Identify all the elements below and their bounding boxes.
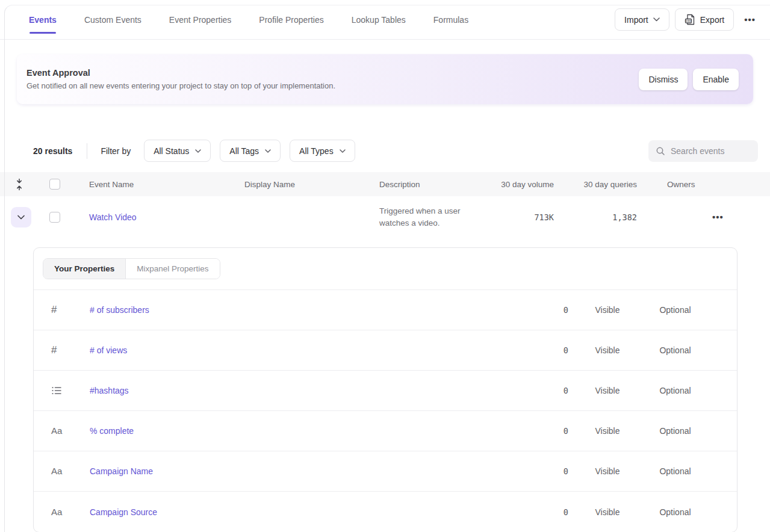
collapse-row-button[interactable] bbox=[11, 207, 31, 227]
status-filter-dropdown[interactable]: All Status bbox=[144, 140, 211, 162]
banner-subtitle: Get notified on all new events entering … bbox=[26, 81, 335, 90]
column-header-event-name: Event Name bbox=[89, 180, 244, 189]
event-row-watch-video: Watch Video Triggered when a user watche… bbox=[0, 196, 770, 238]
enable-button[interactable]: Enable bbox=[693, 69, 739, 90]
number-type-icon: # bbox=[51, 344, 57, 356]
property-visibility: Visible bbox=[568, 466, 647, 476]
search-icon bbox=[656, 146, 665, 156]
property-count: 0 bbox=[508, 386, 568, 395]
property-count: 0 bbox=[508, 507, 568, 517]
export-button[interactable]: csv Export bbox=[675, 8, 734, 31]
column-header-display-name: Display Name bbox=[244, 180, 379, 189]
banner-text: Event Approval Get notified on all new e… bbox=[26, 68, 335, 90]
select-all-checkbox[interactable] bbox=[49, 179, 60, 190]
property-row: # # of views 0 Visible Optional bbox=[34, 330, 737, 371]
chevron-down-icon bbox=[265, 149, 271, 153]
property-count: 0 bbox=[508, 345, 568, 355]
tags-filter-dropdown[interactable]: All Tags bbox=[220, 140, 281, 162]
tab-lookup-tables[interactable]: Lookup Tables bbox=[352, 11, 406, 28]
event-volume: 713K bbox=[500, 212, 554, 222]
types-filter-label: All Types bbox=[299, 146, 334, 156]
chevron-down-icon bbox=[17, 215, 25, 220]
more-options-button[interactable]: ••• bbox=[739, 11, 760, 28]
property-requirement: Optional bbox=[647, 507, 704, 517]
row-more-options-button[interactable]: ••• bbox=[712, 212, 724, 222]
property-name-link[interactable]: % complete bbox=[90, 426, 134, 436]
tab-profile-properties[interactable]: Profile Properties bbox=[259, 11, 323, 28]
properties-panel: Your Properties Mixpanel Properties # # … bbox=[33, 247, 737, 532]
tab-your-properties[interactable]: Your Properties bbox=[43, 259, 126, 279]
property-visibility: Visible bbox=[568, 345, 647, 355]
types-filter-dropdown[interactable]: All Types bbox=[290, 140, 355, 162]
dismiss-button[interactable]: Dismiss bbox=[639, 69, 688, 90]
chevron-down-icon bbox=[195, 149, 201, 153]
tab-custom-events[interactable]: Custom Events bbox=[84, 11, 141, 28]
number-type-icon: # bbox=[51, 304, 57, 315]
events-table-header: Event Name Display Name Description 30 d… bbox=[0, 172, 770, 196]
property-name-link[interactable]: #hashtags bbox=[90, 386, 129, 395]
property-name-link[interactable]: Campaign Source bbox=[90, 507, 157, 517]
properties-tabbar: Your Properties Mixpanel Properties bbox=[34, 248, 737, 290]
tab-event-properties[interactable]: Event Properties bbox=[169, 11, 232, 28]
property-requirement: Optional bbox=[647, 466, 704, 476]
divider bbox=[87, 143, 87, 159]
text-type-icon: Aa bbox=[51, 425, 62, 436]
results-count: 20 results bbox=[33, 146, 72, 156]
tab-mixpanel-properties[interactable]: Mixpanel Properties bbox=[126, 259, 219, 279]
event-description: Triggered when a user watches a video. bbox=[379, 205, 500, 229]
csv-file-icon: csv bbox=[685, 14, 695, 25]
column-header-volume: 30 day volume bbox=[500, 180, 554, 189]
property-row: # # of subscribers 0 Visible Optional bbox=[34, 290, 737, 330]
event-name-link[interactable]: Watch Video bbox=[89, 212, 137, 222]
chevron-down-icon bbox=[340, 149, 346, 153]
property-count: 0 bbox=[508, 466, 568, 476]
property-row: Aa Campaign Source 0 Visible Optional bbox=[34, 492, 737, 532]
property-name-link[interactable]: # of views bbox=[90, 345, 127, 355]
chevron-down-icon bbox=[653, 17, 660, 22]
import-button[interactable]: Import bbox=[615, 8, 669, 31]
event-approval-banner: Event Approval Get notified on all new e… bbox=[17, 54, 753, 104]
column-header-description: Description bbox=[379, 180, 500, 189]
row-checkbox[interactable] bbox=[49, 212, 60, 223]
tab-events[interactable]: Events bbox=[29, 11, 57, 28]
search-box bbox=[648, 140, 758, 162]
nav-actions: Import csv Export ••• bbox=[615, 8, 760, 31]
properties-tabs: Your Properties Mixpanel Properties bbox=[43, 258, 220, 279]
property-requirement: Optional bbox=[647, 345, 704, 355]
property-visibility: Visible bbox=[568, 426, 647, 436]
tags-filter-label: All Tags bbox=[229, 146, 259, 156]
property-row: #hashtags 0 Visible Optional bbox=[34, 371, 737, 411]
search-input[interactable] bbox=[671, 146, 751, 156]
status-filter-label: All Status bbox=[154, 146, 189, 156]
column-header-owners: Owners bbox=[667, 180, 712, 189]
column-header-queries: 30 day queries bbox=[554, 180, 637, 189]
property-name-link[interactable]: # of subscribers bbox=[90, 305, 149, 315]
lexicon-tabs: Events Custom Events Event Properties Pr… bbox=[29, 11, 468, 28]
text-type-icon: Aa bbox=[51, 466, 62, 476]
event-queries: 1,382 bbox=[554, 212, 637, 222]
property-count: 0 bbox=[508, 426, 568, 436]
banner-title: Event Approval bbox=[26, 68, 335, 78]
top-navbar: Events Custom Events Event Properties Pr… bbox=[0, 0, 770, 40]
property-visibility: Visible bbox=[568, 305, 647, 315]
property-row: Aa % complete 0 Visible Optional bbox=[34, 411, 737, 451]
property-count: 0 bbox=[508, 305, 568, 315]
property-row: Aa Campaign Name 0 Visible Optional bbox=[34, 451, 737, 492]
collapse-all-icon[interactable] bbox=[15, 178, 23, 191]
property-name-link[interactable]: Campaign Name bbox=[90, 466, 153, 476]
property-visibility: Visible bbox=[568, 386, 647, 395]
property-requirement: Optional bbox=[647, 305, 704, 315]
text-type-icon: Aa bbox=[51, 507, 62, 517]
property-requirement: Optional bbox=[647, 386, 704, 395]
banner-actions: Dismiss Enable bbox=[639, 69, 739, 90]
filter-by-label: Filter by bbox=[101, 146, 131, 156]
property-visibility: Visible bbox=[568, 507, 647, 517]
tab-formulas[interactable]: Formulas bbox=[433, 11, 468, 28]
property-requirement: Optional bbox=[647, 426, 704, 436]
export-button-label: Export bbox=[700, 15, 724, 25]
filter-bar: 20 results Filter by All Status All Tags… bbox=[33, 140, 758, 162]
list-type-icon bbox=[51, 385, 90, 396]
svg-text:csv: csv bbox=[686, 19, 691, 22]
import-button-label: Import bbox=[624, 15, 648, 25]
